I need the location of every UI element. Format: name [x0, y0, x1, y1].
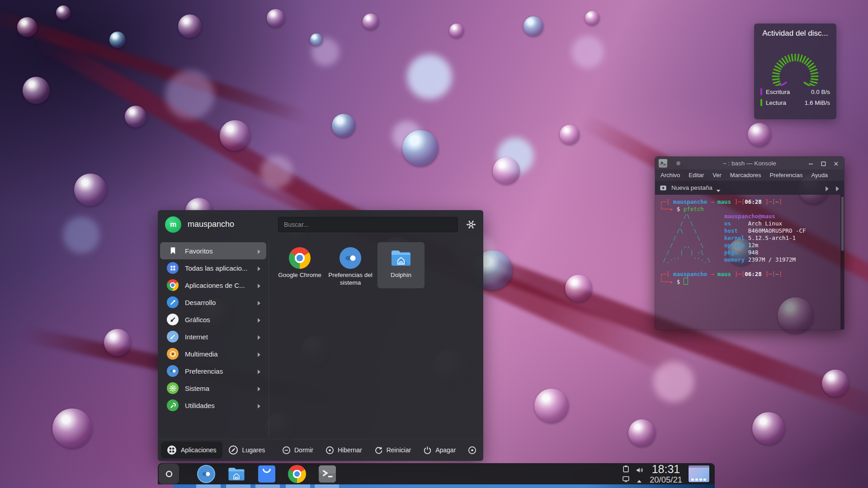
water-droplet	[565, 275, 592, 302]
chevron-right-icon	[257, 334, 261, 339]
favorites-grid: Google ChromePreferencias del sistemaDol…	[269, 239, 483, 439]
chrome-icon	[289, 247, 311, 269]
water-droplet	[628, 419, 656, 446]
preferences-icon	[340, 247, 361, 269]
taskbar-panel: 18:31 20/05/21	[158, 463, 715, 484]
chevron-right-icon	[257, 282, 261, 288]
sidebar-item-todas-las-aplicacio[interactable]: Todas las aplicacio...	[160, 259, 266, 277]
tab-aplicaciones[interactable]: Aplicaciones	[161, 441, 222, 459]
sleep-icon	[282, 446, 291, 455]
tab-scroll-right-icon[interactable]	[835, 185, 840, 190]
tab-scroll-left-icon[interactable]	[825, 185, 829, 190]
disk-activity-widget: Actividad del disc... Escritura0.0 B/sLe…	[754, 23, 836, 119]
chevron-right-icon	[257, 300, 261, 305]
task-indicator	[286, 484, 310, 488]
dormir-button[interactable]: Dormir	[282, 446, 313, 455]
new-tab-button[interactable]: Nueva pestaña	[671, 184, 712, 191]
maximize-icon[interactable]	[821, 160, 826, 166]
water-droplet	[17, 17, 37, 37]
restart-icon	[374, 446, 383, 455]
reiniciar-button[interactable]: Reiniciar	[374, 446, 411, 455]
sidebar-item-utilidades[interactable]: Utilidades	[160, 397, 266, 414]
apps-grid-icon	[167, 445, 177, 455]
terminal-line: └──▸ $ pfetch	[660, 206, 839, 213]
terminal-line: └──▸ $	[660, 278, 839, 286]
multimedia-icon	[167, 348, 179, 360]
all-apps-icon	[167, 262, 179, 274]
tab-lugares[interactable]: Lugares	[222, 441, 271, 459]
water-droplet	[74, 174, 107, 206]
taskbar-app-discover[interactable]	[258, 465, 276, 483]
favorite-dolphin[interactable]: Dolphin	[377, 242, 425, 288]
terminal-line: /\ mauspancho@maus	[660, 213, 839, 220]
launcher-header: m mauspancho	[158, 210, 483, 239]
gear-icon[interactable]	[466, 220, 476, 230]
close-icon[interactable]	[833, 160, 839, 166]
chevron-down-icon[interactable]	[716, 186, 721, 189]
sidebar-item-aplicaciones-de-c[interactable]: Aplicaciones de C...	[160, 277, 266, 294]
terminal-cursor	[684, 278, 688, 285]
sidebar-item-multimedia[interactable]: Multimedia	[160, 345, 266, 362]
bokeh-light	[651, 359, 696, 404]
sidebar-item-gr-ficos[interactable]: Gráficos	[160, 311, 266, 328]
taskbar-app-system-settings[interactable]	[197, 465, 215, 483]
menu-item-archivo[interactable]: Archivo	[660, 172, 680, 178]
water-droplet	[493, 157, 520, 184]
digital-clock[interactable]: 18:31 20/05/21	[650, 464, 682, 484]
new-tab-icon[interactable]	[660, 184, 667, 192]
menu-item-preferencias[interactable]: Preferencias	[769, 172, 802, 178]
terminal-scrollbar[interactable]	[840, 195, 844, 329]
water-droplet	[104, 329, 131, 356]
chevron-right-icon	[257, 265, 261, 271]
water-droplet	[524, 16, 543, 36]
taskbar-app-chrome[interactable]	[288, 465, 306, 483]
minimize-icon[interactable]	[808, 160, 814, 166]
task-indicator	[196, 484, 221, 488]
menu-item-marcadores[interactable]: Marcadores	[730, 172, 761, 178]
water-droplet	[178, 14, 202, 38]
dolphin-icon	[390, 247, 412, 269]
konsole-titlebar[interactable]: ~ : bash — Konsole	[655, 157, 844, 169]
search-input[interactable]	[278, 217, 458, 232]
chevron-right-icon	[257, 317, 261, 322]
sidebar-item-preferencias[interactable]: Preferencias	[160, 362, 266, 380]
menu-item-ayuda[interactable]: Ayuda	[811, 172, 828, 178]
water-droplet	[363, 14, 379, 30]
sidebar-item-desarrollo[interactable]: Desarrollo	[160, 294, 266, 311]
favorite-google-chrome[interactable]: Google Chrome	[276, 242, 323, 288]
menu-item-editar[interactable]: Editar	[689, 172, 704, 178]
water-droplet	[23, 77, 50, 104]
chrome-icon	[167, 279, 179, 291]
water-droplet	[125, 106, 146, 127]
water-droplet	[109, 32, 126, 48]
avatar[interactable]: m	[165, 216, 181, 233]
session-icon[interactable]	[468, 446, 476, 455]
chevron-right-icon	[257, 385, 261, 391]
terminal-line: /\ \ host B460MAORUSPRO -CF	[660, 227, 839, 235]
clipboard-icon[interactable]	[622, 465, 630, 473]
desktop-preview-widget[interactable]	[689, 465, 709, 482]
sidebar-item-internet[interactable]: Internet	[160, 328, 266, 345]
compass-icon	[228, 445, 238, 455]
tray-expand-icon[interactable]	[637, 477, 642, 481]
sidebar-item-sistema[interactable]: Sistema	[160, 380, 266, 397]
sidebar-item-favoritos[interactable]: Favoritos	[160, 242, 266, 259]
chevron-right-icon	[257, 403, 261, 408]
screen-icon[interactable]	[622, 475, 630, 483]
taskbar-apps	[197, 465, 336, 483]
taskbar-app-dolphin[interactable]	[227, 465, 245, 483]
terminal-view[interactable]: ┌─[ mauspancho → maus ]─[06:28 ]─[~]└──▸…	[655, 195, 844, 329]
development-icon	[167, 296, 179, 308]
hibernar-button[interactable]: Hibernar	[326, 446, 362, 455]
menu-item-ver[interactable]: Ver	[712, 172, 722, 178]
app-launcher-button[interactable]	[159, 464, 179, 484]
water-droplet	[752, 412, 785, 445]
konsole-menubar: ArchivoEditarVerMarcadoresPreferenciasAy…	[655, 169, 844, 181]
apagar-button[interactable]: Apagar	[423, 446, 456, 455]
terminal-line: / \ kernel 5.12.5-arch1-1	[660, 235, 839, 242]
favorite-preferencias-del-sistema[interactable]: Preferencias del sistema	[327, 242, 374, 288]
water-droplet	[267, 9, 285, 27]
taskbar-app-konsole[interactable]	[318, 465, 336, 483]
volume-icon[interactable]	[636, 467, 643, 474]
launcher-sidebar: FavoritosTodas las aplicacio...Aplicacio…	[158, 239, 269, 439]
